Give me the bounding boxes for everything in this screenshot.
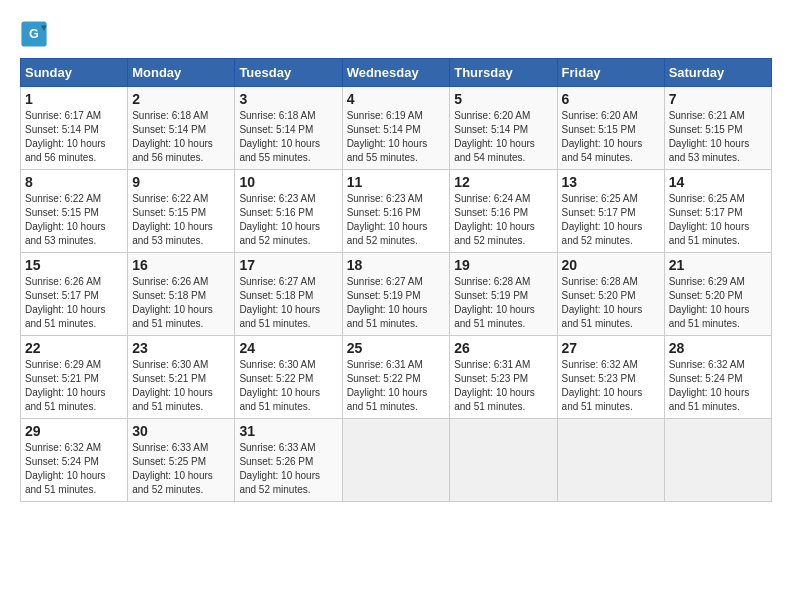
day-number: 26 bbox=[454, 340, 552, 356]
day-number: 7 bbox=[669, 91, 767, 107]
week-row-2: 8 Sunrise: 6:22 AM Sunset: 5:15 PM Dayli… bbox=[21, 170, 772, 253]
day-info: Sunrise: 6:32 AM Sunset: 5:24 PM Dayligh… bbox=[25, 441, 123, 497]
svg-text:G: G bbox=[29, 27, 39, 41]
day-cell: 27 Sunrise: 6:32 AM Sunset: 5:23 PM Dayl… bbox=[557, 336, 664, 419]
day-info: Sunrise: 6:27 AM Sunset: 5:19 PM Dayligh… bbox=[347, 275, 446, 331]
day-cell: 18 Sunrise: 6:27 AM Sunset: 5:19 PM Dayl… bbox=[342, 253, 450, 336]
day-cell: 7 Sunrise: 6:21 AM Sunset: 5:15 PM Dayli… bbox=[664, 87, 771, 170]
day-cell: 13 Sunrise: 6:25 AM Sunset: 5:17 PM Dayl… bbox=[557, 170, 664, 253]
day-cell bbox=[450, 419, 557, 502]
day-number: 18 bbox=[347, 257, 446, 273]
day-cell: 16 Sunrise: 6:26 AM Sunset: 5:18 PM Dayl… bbox=[128, 253, 235, 336]
day-cell: 20 Sunrise: 6:28 AM Sunset: 5:20 PM Dayl… bbox=[557, 253, 664, 336]
day-info: Sunrise: 6:28 AM Sunset: 5:19 PM Dayligh… bbox=[454, 275, 552, 331]
day-number: 9 bbox=[132, 174, 230, 190]
day-info: Sunrise: 6:26 AM Sunset: 5:18 PM Dayligh… bbox=[132, 275, 230, 331]
day-number: 5 bbox=[454, 91, 552, 107]
day-cell: 24 Sunrise: 6:30 AM Sunset: 5:22 PM Dayl… bbox=[235, 336, 342, 419]
week-row-1: 1 Sunrise: 6:17 AM Sunset: 5:14 PM Dayli… bbox=[21, 87, 772, 170]
day-info: Sunrise: 6:18 AM Sunset: 5:14 PM Dayligh… bbox=[132, 109, 230, 165]
day-info: Sunrise: 6:17 AM Sunset: 5:14 PM Dayligh… bbox=[25, 109, 123, 165]
day-number: 14 bbox=[669, 174, 767, 190]
day-info: Sunrise: 6:22 AM Sunset: 5:15 PM Dayligh… bbox=[25, 192, 123, 248]
day-cell: 30 Sunrise: 6:33 AM Sunset: 5:25 PM Dayl… bbox=[128, 419, 235, 502]
day-number: 25 bbox=[347, 340, 446, 356]
day-cell: 23 Sunrise: 6:30 AM Sunset: 5:21 PM Dayl… bbox=[128, 336, 235, 419]
day-number: 6 bbox=[562, 91, 660, 107]
day-number: 16 bbox=[132, 257, 230, 273]
day-cell: 25 Sunrise: 6:31 AM Sunset: 5:22 PM Dayl… bbox=[342, 336, 450, 419]
day-info: Sunrise: 6:20 AM Sunset: 5:14 PM Dayligh… bbox=[454, 109, 552, 165]
day-number: 28 bbox=[669, 340, 767, 356]
day-cell: 19 Sunrise: 6:28 AM Sunset: 5:19 PM Dayl… bbox=[450, 253, 557, 336]
day-info: Sunrise: 6:33 AM Sunset: 5:25 PM Dayligh… bbox=[132, 441, 230, 497]
day-info: Sunrise: 6:24 AM Sunset: 5:16 PM Dayligh… bbox=[454, 192, 552, 248]
day-info: Sunrise: 6:29 AM Sunset: 5:21 PM Dayligh… bbox=[25, 358, 123, 414]
day-info: Sunrise: 6:31 AM Sunset: 5:23 PM Dayligh… bbox=[454, 358, 552, 414]
day-cell: 14 Sunrise: 6:25 AM Sunset: 5:17 PM Dayl… bbox=[664, 170, 771, 253]
calendar-table: SundayMondayTuesdayWednesdayThursdayFrid… bbox=[20, 58, 772, 502]
weekday-header-thursday: Thursday bbox=[450, 59, 557, 87]
day-number: 2 bbox=[132, 91, 230, 107]
day-cell bbox=[342, 419, 450, 502]
day-cell: 2 Sunrise: 6:18 AM Sunset: 5:14 PM Dayli… bbox=[128, 87, 235, 170]
day-cell: 6 Sunrise: 6:20 AM Sunset: 5:15 PM Dayli… bbox=[557, 87, 664, 170]
day-number: 10 bbox=[239, 174, 337, 190]
day-number: 31 bbox=[239, 423, 337, 439]
day-number: 8 bbox=[25, 174, 123, 190]
day-cell: 5 Sunrise: 6:20 AM Sunset: 5:14 PM Dayli… bbox=[450, 87, 557, 170]
day-info: Sunrise: 6:23 AM Sunset: 5:16 PM Dayligh… bbox=[347, 192, 446, 248]
day-number: 24 bbox=[239, 340, 337, 356]
day-cell: 3 Sunrise: 6:18 AM Sunset: 5:14 PM Dayli… bbox=[235, 87, 342, 170]
day-cell: 26 Sunrise: 6:31 AM Sunset: 5:23 PM Dayl… bbox=[450, 336, 557, 419]
day-number: 27 bbox=[562, 340, 660, 356]
day-cell: 12 Sunrise: 6:24 AM Sunset: 5:16 PM Dayl… bbox=[450, 170, 557, 253]
weekday-header-row: SundayMondayTuesdayWednesdayThursdayFrid… bbox=[21, 59, 772, 87]
day-number: 22 bbox=[25, 340, 123, 356]
day-number: 30 bbox=[132, 423, 230, 439]
day-cell: 22 Sunrise: 6:29 AM Sunset: 5:21 PM Dayl… bbox=[21, 336, 128, 419]
day-number: 11 bbox=[347, 174, 446, 190]
day-info: Sunrise: 6:33 AM Sunset: 5:26 PM Dayligh… bbox=[239, 441, 337, 497]
week-row-4: 22 Sunrise: 6:29 AM Sunset: 5:21 PM Dayl… bbox=[21, 336, 772, 419]
day-number: 20 bbox=[562, 257, 660, 273]
day-info: Sunrise: 6:32 AM Sunset: 5:24 PM Dayligh… bbox=[669, 358, 767, 414]
day-info: Sunrise: 6:30 AM Sunset: 5:21 PM Dayligh… bbox=[132, 358, 230, 414]
day-info: Sunrise: 6:25 AM Sunset: 5:17 PM Dayligh… bbox=[669, 192, 767, 248]
day-number: 1 bbox=[25, 91, 123, 107]
day-info: Sunrise: 6:18 AM Sunset: 5:14 PM Dayligh… bbox=[239, 109, 337, 165]
day-info: Sunrise: 6:23 AM Sunset: 5:16 PM Dayligh… bbox=[239, 192, 337, 248]
day-info: Sunrise: 6:26 AM Sunset: 5:17 PM Dayligh… bbox=[25, 275, 123, 331]
weekday-header-tuesday: Tuesday bbox=[235, 59, 342, 87]
day-info: Sunrise: 6:22 AM Sunset: 5:15 PM Dayligh… bbox=[132, 192, 230, 248]
day-number: 4 bbox=[347, 91, 446, 107]
day-info: Sunrise: 6:29 AM Sunset: 5:20 PM Dayligh… bbox=[669, 275, 767, 331]
day-number: 19 bbox=[454, 257, 552, 273]
day-cell: 11 Sunrise: 6:23 AM Sunset: 5:16 PM Dayl… bbox=[342, 170, 450, 253]
weekday-header-sunday: Sunday bbox=[21, 59, 128, 87]
day-cell: 21 Sunrise: 6:29 AM Sunset: 5:20 PM Dayl… bbox=[664, 253, 771, 336]
day-number: 12 bbox=[454, 174, 552, 190]
day-cell: 15 Sunrise: 6:26 AM Sunset: 5:17 PM Dayl… bbox=[21, 253, 128, 336]
day-cell: 8 Sunrise: 6:22 AM Sunset: 5:15 PM Dayli… bbox=[21, 170, 128, 253]
day-cell bbox=[664, 419, 771, 502]
week-row-5: 29 Sunrise: 6:32 AM Sunset: 5:24 PM Dayl… bbox=[21, 419, 772, 502]
day-number: 15 bbox=[25, 257, 123, 273]
day-cell: 17 Sunrise: 6:27 AM Sunset: 5:18 PM Dayl… bbox=[235, 253, 342, 336]
weekday-header-friday: Friday bbox=[557, 59, 664, 87]
day-number: 3 bbox=[239, 91, 337, 107]
day-cell: 29 Sunrise: 6:32 AM Sunset: 5:24 PM Dayl… bbox=[21, 419, 128, 502]
day-cell: 28 Sunrise: 6:32 AM Sunset: 5:24 PM Dayl… bbox=[664, 336, 771, 419]
day-info: Sunrise: 6:32 AM Sunset: 5:23 PM Dayligh… bbox=[562, 358, 660, 414]
day-info: Sunrise: 6:21 AM Sunset: 5:15 PM Dayligh… bbox=[669, 109, 767, 165]
day-info: Sunrise: 6:19 AM Sunset: 5:14 PM Dayligh… bbox=[347, 109, 446, 165]
day-cell: 1 Sunrise: 6:17 AM Sunset: 5:14 PM Dayli… bbox=[21, 87, 128, 170]
day-cell: 10 Sunrise: 6:23 AM Sunset: 5:16 PM Dayl… bbox=[235, 170, 342, 253]
week-row-3: 15 Sunrise: 6:26 AM Sunset: 5:17 PM Dayl… bbox=[21, 253, 772, 336]
header: G bbox=[20, 20, 772, 48]
day-cell: 9 Sunrise: 6:22 AM Sunset: 5:15 PM Dayli… bbox=[128, 170, 235, 253]
day-info: Sunrise: 6:27 AM Sunset: 5:18 PM Dayligh… bbox=[239, 275, 337, 331]
day-number: 13 bbox=[562, 174, 660, 190]
day-info: Sunrise: 6:20 AM Sunset: 5:15 PM Dayligh… bbox=[562, 109, 660, 165]
logo-icon: G bbox=[20, 20, 48, 48]
